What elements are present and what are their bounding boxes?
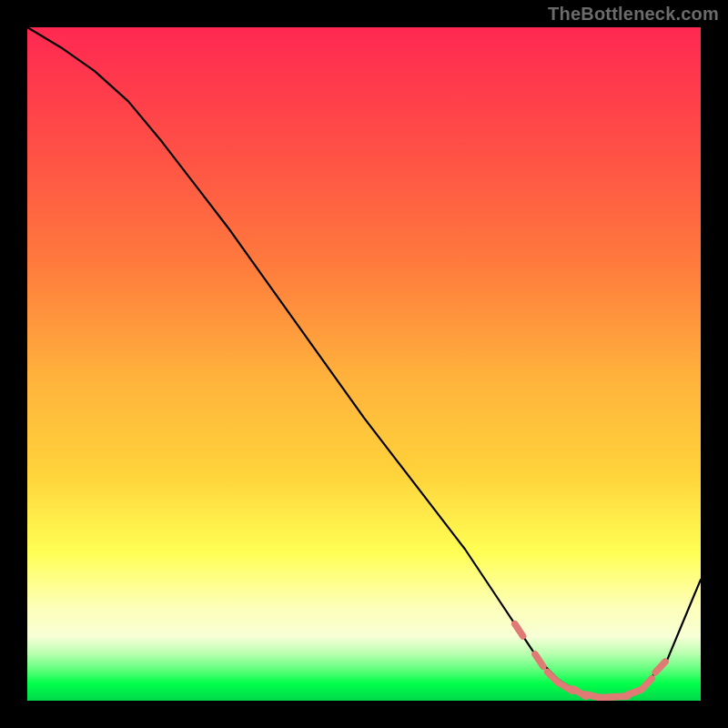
chart-stage: TheBottleneck.com	[0, 0, 728, 728]
svg-rect-0	[27, 27, 701, 701]
watermark-label: TheBottleneck.com	[548, 4, 719, 25]
curve-marker	[626, 690, 640, 695]
chart-svg	[0, 0, 728, 728]
